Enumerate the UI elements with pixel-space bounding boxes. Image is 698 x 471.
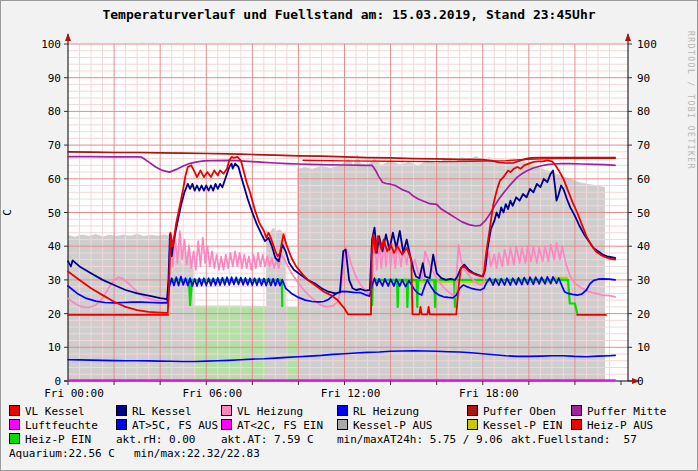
legend-swatch-kessel-p-aus: [337, 419, 348, 430]
legend-item-kessel-p-ein: Kessel-P EIN: [467, 419, 562, 432]
legend-swatch-puffer-mitte: [571, 405, 582, 416]
legend-item-luftfeuchte: Luftfeuchte: [9, 419, 98, 432]
legend-swatch-rl-heizung: [337, 405, 348, 416]
legend-swatch-vl-kessel: [9, 405, 20, 416]
svg-text:30: 30: [637, 274, 650, 287]
legend-swatch-puffer-oben: [467, 405, 478, 416]
legend-item-rl-kessel: RL Kessel: [116, 405, 192, 418]
legend-item-rl-heizung: RL Heizung: [337, 405, 419, 418]
svg-text:70: 70: [48, 139, 61, 152]
rrdtool-graph: Temperaturverlauf und Fuellstand am: 15.…: [0, 0, 698, 471]
legend-item-vl-kessel: VL Kessel: [9, 405, 85, 418]
svg-text:10: 10: [637, 341, 650, 354]
svg-text:70: 70: [637, 139, 650, 152]
legend-item-puffer-oben: Puffer Oben: [467, 405, 556, 418]
svg-text:Fri 06:00: Fri 06:00: [182, 387, 242, 400]
svg-text:40: 40: [48, 240, 61, 253]
chart-plot-area: 0010102020303040405050606070708080909010…: [1, 1, 698, 471]
svg-text:40: 40: [637, 240, 650, 253]
svg-text:30: 30: [48, 274, 61, 287]
legend-swatch-luftfeuchte: [9, 419, 20, 430]
svg-text:80: 80: [637, 105, 650, 118]
legend-stat-akt-at-7-59-c: akt.AT: 7.59 C: [221, 433, 314, 446]
legend-item-kessel-p-aus: Kessel-P AUS: [337, 419, 432, 432]
svg-text:Fri 18:00: Fri 18:00: [459, 387, 519, 400]
legend-item-heiz-p-ein: Heiz-P EIN: [9, 433, 91, 446]
svg-text:50: 50: [48, 207, 61, 220]
svg-text:100: 100: [637, 38, 657, 51]
legend-swatch-rl-kessel: [116, 405, 127, 416]
x-axis-labels: Fri 00:00Fri 06:00Fri 12:00Fri 18:00: [44, 387, 518, 400]
svg-text:Fri 00:00: Fri 00:00: [44, 387, 104, 400]
legend-stat-aquarium-22-56-c: Aquarium:22.56 C: [9, 447, 115, 460]
svg-text:90: 90: [637, 72, 650, 85]
legend-stat-min-max-22-32-22-83: min/max:22.32/22.83: [134, 447, 260, 460]
legend-stat-akt-rh-0-00: akt.rH: 0.00: [116, 433, 195, 446]
svg-text:60: 60: [637, 173, 650, 186]
legend-stat-min-maxat24h-5-75-9-06: min/maxAT24h: 5.75 / 9.06: [337, 433, 503, 446]
legend-item-vl-heizung: VL Heizung: [221, 405, 303, 418]
svg-text:20: 20: [48, 308, 61, 321]
legend-stat-akt-fuellstand-57: akt.Fuellstand: 57: [511, 433, 637, 446]
svg-text:10: 10: [48, 341, 61, 354]
svg-text:80: 80: [48, 105, 61, 118]
legend-swatch-kessel-p-ein: [467, 419, 478, 430]
legend-swatch-heiz-p-aus: [571, 419, 582, 430]
legend-item-at-2c-fs-ein: AT<2C, FS EIN: [221, 419, 323, 432]
svg-text:90: 90: [48, 72, 61, 85]
svg-text:100: 100: [41, 38, 61, 51]
svg-text:Fri 12:00: Fri 12:00: [321, 387, 381, 400]
legend-item-at-5c-fs-aus: AT>5C, FS AUS: [116, 419, 218, 432]
legend-item-puffer-mitte: Puffer Mitte: [571, 405, 666, 418]
svg-text:0: 0: [637, 375, 644, 388]
legend-swatch-vl-heizung: [221, 405, 232, 416]
svg-text:50: 50: [637, 207, 650, 220]
legend-item-heiz-p-aus: Heiz-P AUS: [571, 419, 653, 432]
legend-swatch-at-2c-fs-ein: [221, 419, 232, 430]
svg-text:20: 20: [637, 308, 650, 321]
legend-swatch-at-5c-fs-aus: [116, 419, 127, 430]
legend-swatch-heiz-p-ein: [9, 433, 20, 444]
svg-text:60: 60: [48, 173, 61, 186]
